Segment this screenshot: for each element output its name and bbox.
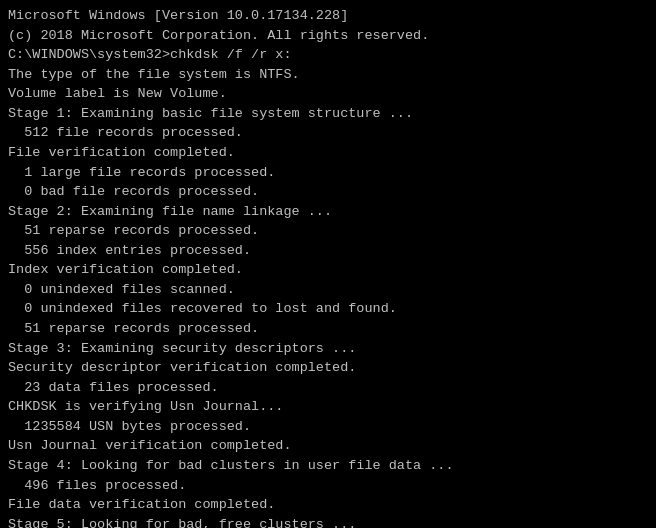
- terminal-line: 496 files processed.: [8, 476, 648, 496]
- terminal-line: 0 bad file records processed.: [8, 182, 648, 202]
- terminal-line: Stage 4: Looking for bad clusters in use…: [8, 456, 648, 476]
- terminal-line: Volume label is New Volume.: [8, 84, 648, 104]
- terminal-line: 0 unindexed files recovered to lost and …: [8, 299, 648, 319]
- terminal-line: 1 large file records processed.: [8, 163, 648, 183]
- terminal-line: 0 unindexed files scanned.: [8, 280, 648, 300]
- terminal-line: CHKDSK is verifying Usn Journal...: [8, 397, 648, 417]
- terminal-line: Microsoft Windows [Version 10.0.17134.22…: [8, 6, 648, 26]
- terminal-line: Stage 1: Examining basic file system str…: [8, 104, 648, 124]
- terminal-line: File data verification completed.: [8, 495, 648, 515]
- terminal-line: Stage 2: Examining file name linkage ...: [8, 202, 648, 222]
- terminal-line: Security descriptor verification complet…: [8, 358, 648, 378]
- terminal-line: 1235584 USN bytes processed.: [8, 417, 648, 437]
- terminal-line: File verification completed.: [8, 143, 648, 163]
- terminal-line: Stage 5: Looking for bad, free clusters …: [8, 515, 648, 528]
- terminal-line: Usn Journal verification completed.: [8, 436, 648, 456]
- terminal-line: 23 data files processed.: [8, 378, 648, 398]
- terminal-line: 556 index entries processed.: [8, 241, 648, 261]
- terminal-line: (c) 2018 Microsoft Corporation. All righ…: [8, 26, 648, 46]
- terminal-line: Index verification completed.: [8, 260, 648, 280]
- terminal-line: 512 file records processed.: [8, 123, 648, 143]
- terminal-window: Microsoft Windows [Version 10.0.17134.22…: [0, 0, 656, 528]
- terminal-line: 51 reparse records processed.: [8, 319, 648, 339]
- terminal-line: C:\WINDOWS\system32>chkdsk /f /r x:: [8, 45, 648, 65]
- terminal-line: 51 reparse records processed.: [8, 221, 648, 241]
- terminal-line: The type of the file system is NTFS.: [8, 65, 648, 85]
- terminal-line: Stage 3: Examining security descriptors …: [8, 339, 648, 359]
